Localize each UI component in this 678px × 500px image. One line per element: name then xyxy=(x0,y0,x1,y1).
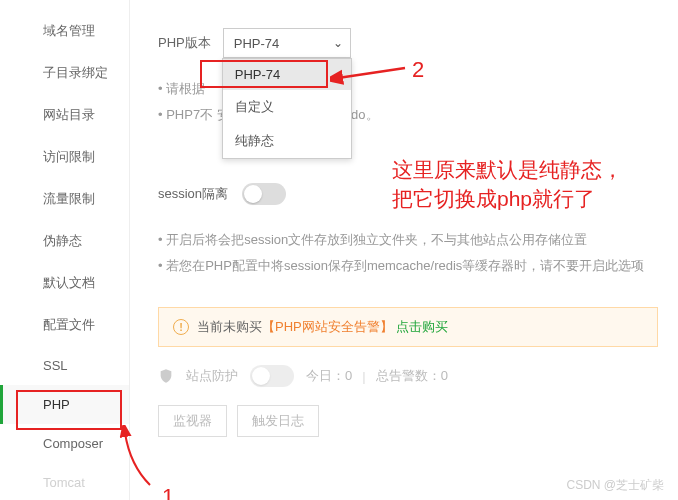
sidebar-item-rewrite[interactable]: 伪静态 xyxy=(0,220,129,262)
php-version-select-wrap: ⌄ PHP-74 自定义 纯静态 xyxy=(223,28,351,58)
sidebar: 域名管理 子目录绑定 网站目录 访问限制 流量限制 伪静态 默认文档 配置文件 … xyxy=(0,0,130,500)
protect-label: 站点防护 xyxy=(186,367,238,385)
monitor-button[interactable]: 监视器 xyxy=(158,405,227,437)
alert-text: 当前未购买【PHP网站安全告警】 点击购买 xyxy=(197,318,448,336)
session-hint-2: 若您在PHP配置中将session保存到memcache/redis等缓存器时，… xyxy=(158,253,658,279)
warning-icon: ! xyxy=(173,319,189,335)
sidebar-item-ssl[interactable]: SSL xyxy=(0,346,129,385)
session-hint-1: 开启后将会把session文件存放到独立文件夹，不与其他站点公用存储位置 xyxy=(158,227,658,253)
php-version-label: PHP版本 xyxy=(158,34,211,52)
sidebar-item-access[interactable]: 访问限制 xyxy=(0,136,129,178)
main-panel: PHP版本 ⌄ PHP-74 自定义 纯静态 请根据 PHP7不 安装mysql… xyxy=(130,0,678,500)
watermark: CSDN @芝士矿柴 xyxy=(566,477,664,494)
session-row: session隔离 xyxy=(158,183,658,205)
shield-icon xyxy=(158,368,174,384)
sidebar-item-traffic[interactable]: 流量限制 xyxy=(0,178,129,220)
sidebar-item-php[interactable]: PHP xyxy=(0,385,129,424)
sidebar-item-tomcat[interactable]: Tomcat xyxy=(0,463,129,500)
sidebar-item-config[interactable]: 配置文件 xyxy=(0,304,129,346)
sidebar-item-domain[interactable]: 域名管理 xyxy=(0,10,129,52)
php-version-select[interactable] xyxy=(223,28,351,58)
dropdown-item-php74[interactable]: PHP-74 xyxy=(223,59,351,90)
sidebar-item-subdir[interactable]: 子目录绑定 xyxy=(0,52,129,94)
site-protect-row: 站点防护 今日：0 | 总告警数：0 xyxy=(158,365,658,387)
dropdown-item-custom[interactable]: 自定义 xyxy=(223,90,351,124)
trigger-log-button[interactable]: 触发日志 xyxy=(237,405,319,437)
session-hints: 开启后将会把session文件存放到独立文件夹，不与其他站点公用存储位置 若您在… xyxy=(158,227,658,279)
button-row: 监视器 触发日志 xyxy=(158,405,658,437)
php-version-dropdown: PHP-74 自定义 纯静态 xyxy=(222,58,352,159)
sidebar-item-composer[interactable]: Composer xyxy=(0,424,129,463)
alert-box: ! 当前未购买【PHP网站安全告警】 点击购买 xyxy=(158,307,658,347)
sidebar-item-defdoc[interactable]: 默认文档 xyxy=(0,262,129,304)
php-version-row: PHP版本 ⌄ PHP-74 自定义 纯静态 xyxy=(158,28,658,58)
protect-toggle[interactable] xyxy=(250,365,294,387)
protect-stats: 今日：0 | 总告警数：0 xyxy=(306,367,448,385)
dropdown-item-static[interactable]: 纯静态 xyxy=(223,124,351,158)
session-label: session隔离 xyxy=(158,185,228,203)
session-toggle[interactable] xyxy=(242,183,286,205)
alert-purchase-link[interactable]: 点击购买 xyxy=(396,319,448,334)
sidebar-item-sitedir[interactable]: 网站目录 xyxy=(0,94,129,136)
